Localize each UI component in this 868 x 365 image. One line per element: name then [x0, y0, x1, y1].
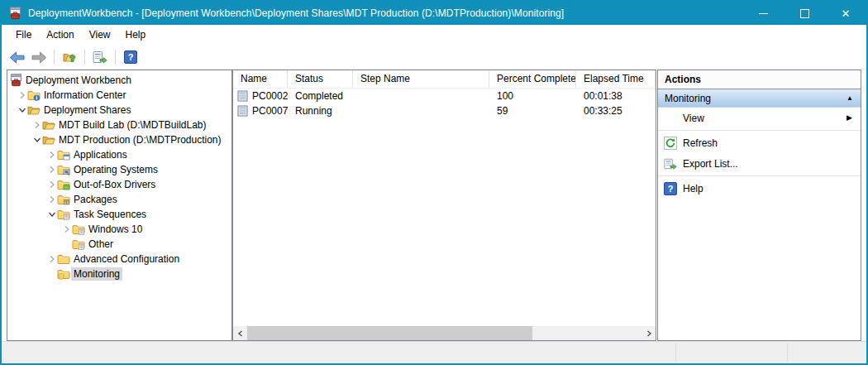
export-list-icon	[664, 157, 677, 170]
scrollbar-track[interactable]	[247, 326, 641, 340]
chevron-right-icon[interactable]	[62, 222, 72, 237]
menu-help[interactable]: Help	[118, 25, 154, 46]
list-header: NameStatusStep NamePercent CompleteElaps…	[233, 70, 656, 89]
horizontal-scrollbar[interactable]	[233, 326, 656, 340]
actions-separator	[658, 175, 861, 176]
column-header-name[interactable]: Name	[233, 70, 288, 88]
cell-elapsed-time: 00:33:25	[576, 103, 656, 118]
cell-name: PC0002	[233, 89, 288, 103]
list-row-pc0007[interactable]: PC0007Running5900:33:25	[233, 103, 656, 118]
action-label: Export List...	[683, 158, 738, 170]
column-header-percent-complete[interactable]: Percent Complete	[489, 70, 576, 88]
folder-info-icon	[27, 89, 41, 102]
action-help[interactable]: ?Help	[658, 178, 861, 199]
column-header-elapsed-time[interactable]: Elapsed Time	[576, 70, 656, 88]
menu-view[interactable]: View	[82, 25, 118, 46]
folder-share-icon	[42, 118, 55, 132]
actions-list: View▶RefreshExport List...?Help	[658, 108, 861, 199]
document-arrow-icon	[93, 50, 107, 64]
tree-item-label: Monitoring	[71, 267, 122, 281]
computer-name: PC0002	[252, 89, 288, 103]
close-button[interactable]: ✕	[825, 2, 866, 25]
chevron-right-icon[interactable]	[47, 192, 57, 207]
tree-item-label: Task Sequences	[71, 208, 149, 221]
chevron-right-icon[interactable]	[32, 118, 42, 132]
tree-item-out-of-box-drivers[interactable]: Out-of-Box Drivers	[7, 177, 231, 192]
up-folder-icon	[63, 50, 76, 64]
chevron-down-icon[interactable]	[17, 103, 27, 118]
cell-step-name	[353, 89, 489, 103]
folder-tasks-icon	[72, 238, 85, 251]
actions-section-monitoring[interactable]: Monitoring ▲	[658, 89, 861, 108]
maximize-button[interactable]	[784, 2, 825, 25]
tree-item-windows-10[interactable]: Windows 10	[7, 222, 231, 237]
actions-section-label: Monitoring	[665, 93, 711, 104]
icon-placeholder	[664, 112, 677, 125]
up-one-level-button[interactable]	[60, 47, 79, 67]
tree-item-label: MDT Build Lab (D:\MDTBuildLab)	[56, 118, 209, 132]
cell-percent-complete: 100	[489, 89, 576, 103]
svg-text:?: ?	[128, 52, 134, 62]
tree-item-task-sequences[interactable]: Task Sequences	[7, 207, 231, 222]
tree-item-label: Out-of-Box Drivers	[71, 178, 158, 191]
column-header-status[interactable]: Status	[288, 70, 353, 88]
folder-tasks-icon	[57, 208, 70, 221]
tree-item-operating-systems[interactable]: Operating Systems	[7, 162, 231, 177]
chevron-right-icon[interactable]	[47, 162, 57, 177]
back-button[interactable]	[7, 47, 27, 67]
tree-item-other[interactable]: Other	[7, 237, 231, 252]
cell-name: PC0007	[233, 103, 288, 118]
tree-item-label: Deployment Shares	[41, 103, 133, 117]
scroll-right-button[interactable]	[641, 326, 656, 340]
tree-item-mdt-production-d-mdtproduction[interactable]: MDT Production (D:\MDTProduction)	[7, 132, 231, 147]
action-export-list[interactable]: Export List...	[658, 153, 861, 174]
export-list-button[interactable]	[90, 47, 110, 67]
chevron-right-icon[interactable]	[17, 88, 27, 103]
help-icon: ?	[664, 182, 677, 195]
expander-placeholder	[47, 267, 57, 281]
action-view[interactable]: View▶	[658, 108, 861, 128]
tree-item-deployment-workbench[interactable]: Deployment Workbench	[7, 73, 231, 88]
action-refresh[interactable]: Refresh	[658, 132, 861, 153]
chevron-right-icon[interactable]	[47, 147, 57, 162]
toolbar-separator	[54, 50, 55, 65]
tree-item-applications[interactable]: Applications	[7, 147, 231, 162]
chevron-down-icon[interactable]	[32, 132, 42, 147]
folder-os-icon	[57, 163, 70, 176]
minimize-button[interactable]	[742, 2, 784, 25]
folder-tasks-icon	[72, 223, 85, 236]
tree-item-deployment-shares[interactable]: Deployment Shares	[7, 103, 231, 118]
tree-item-monitoring[interactable]: Monitoring	[7, 267, 231, 281]
menu-file[interactable]: File	[8, 25, 39, 46]
tree-item-mdt-build-lab-d-mdtbuildlab[interactable]: MDT Build Lab (D:\MDTBuildLab)	[7, 118, 231, 132]
deployment-workbench-window: DeploymentWorkbench - [Deployment Workbe…	[0, 0, 868, 365]
tree-item-packages[interactable]: Packages	[7, 192, 231, 207]
chevron-right-icon[interactable]	[47, 252, 57, 267]
column-header-step-name[interactable]: Step Name	[353, 70, 489, 88]
scroll-left-button[interactable]	[233, 326, 247, 340]
titlebar[interactable]: DeploymentWorkbench - [Deployment Workbe…	[2, 2, 866, 25]
folder-drivers-icon	[57, 178, 70, 191]
statusbar-divider	[787, 343, 788, 362]
toolbar-separator	[84, 50, 85, 65]
cell-status: Running	[288, 103, 353, 118]
tree-item-information-center[interactable]: Information Center	[7, 88, 231, 103]
action-label: Refresh	[683, 137, 718, 149]
chevron-down-icon[interactable]	[47, 207, 57, 222]
tree-item-label: Deployment Workbench	[23, 74, 134, 87]
folder-share-icon	[42, 133, 55, 146]
cell-percent-complete: 59	[489, 103, 576, 118]
menu-action[interactable]: Action	[39, 25, 81, 46]
tree-item-advanced-configuration[interactable]: Advanced Configuration	[7, 252, 231, 267]
list-row-pc0002[interactable]: PC0002Completed10000:01:38	[233, 89, 656, 103]
submenu-arrow-icon: ▶	[847, 114, 852, 122]
cell-step-name	[353, 103, 489, 118]
scrollbar-thumb[interactable]	[247, 326, 532, 340]
computer-name: PC0007	[252, 103, 288, 118]
chevron-right-icon[interactable]	[47, 177, 57, 192]
action-label: View	[683, 113, 704, 124]
expander-placeholder	[62, 237, 72, 252]
computer-report-icon	[237, 90, 249, 102]
help-button[interactable]: ?	[121, 47, 141, 67]
collapse-arrow-icon[interactable]: ▲	[847, 95, 853, 102]
